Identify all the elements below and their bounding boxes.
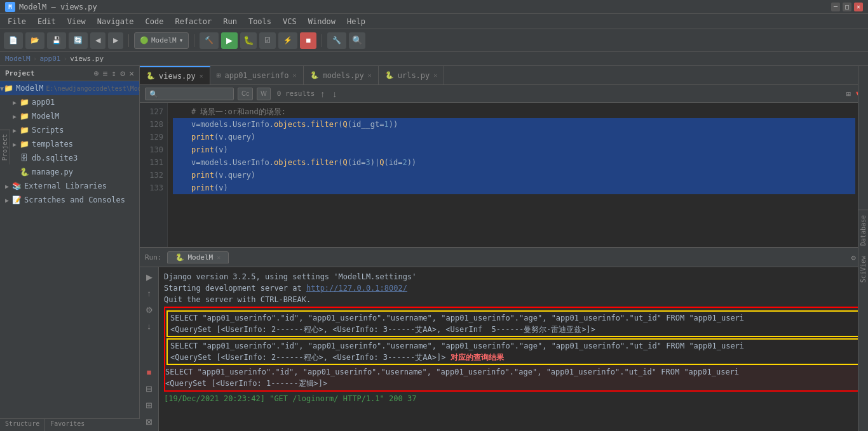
tab-models[interactable]: 🐍 models.py ✕ — [304, 66, 379, 85]
tab-close-urls[interactable]: ✕ — [433, 72, 437, 79]
scroll-up-btn[interactable]: ↑ — [142, 286, 156, 300]
back-button[interactable]: ◀ — [90, 32, 105, 49]
sort-icon[interactable]: ↕ — [112, 69, 117, 78]
favorites-tab[interactable]: Favorites — [45, 419, 90, 431]
menu-item-navigate[interactable]: Navigate — [92, 16, 139, 27]
tree-item-extlibs[interactable]: ▶ 📚 External Libraries — [0, 179, 139, 193]
tree-item-db[interactable]: ▶ 🗄 db.sqlite3 — [0, 151, 139, 165]
debug-button[interactable]: 🐛 — [240, 32, 257, 49]
run-button[interactable]: ▶ — [221, 32, 238, 49]
next-result-btn[interactable]: ↓ — [330, 89, 339, 99]
settings-btn[interactable]: ⚙ — [142, 303, 156, 317]
maximize-button[interactable]: □ — [843, 3, 851, 11]
tab-userinfo[interactable]: ⊞ app01_userinfo ✕ — [210, 66, 304, 85]
stop-run-button[interactable]: ■ — [142, 365, 156, 379]
project-side-tab[interactable]: Project — [0, 129, 10, 164]
copy-run-btn[interactable]: ⊞ — [142, 398, 156, 412]
menu-item-file[interactable]: File — [3, 16, 31, 27]
run-sql-3: SELECT "app01_userinfo"."id", "app01_use… — [165, 366, 862, 378]
tree-item-templates[interactable]: ▶ 📁 templates — [0, 137, 139, 151]
run-side-buttons: ▶ ↑ ⚙ ↓ ■ ⊟ ⊞ ⊠ — [140, 267, 159, 431]
tab-icon-views: 🐍 — [146, 72, 155, 80]
code-line-130: print(v) — [173, 143, 855, 156]
tab-close-views[interactable]: ✕ — [200, 72, 203, 79]
search-input[interactable] — [145, 88, 234, 100]
separator2 — [194, 34, 194, 47]
run-tab-close[interactable]: ✕ — [217, 254, 220, 261]
settings-icon[interactable]: ⚙ — [120, 69, 125, 78]
search-results: 0 results — [277, 90, 315, 98]
structure-tab[interactable]: Structure — [0, 419, 45, 431]
run-header: Run: 🐍 ModelM ✕ ⚙ ✕ — [140, 248, 868, 267]
collapse-run-btn[interactable]: ⊟ — [142, 381, 156, 395]
build-button[interactable]: 🔨 — [200, 32, 219, 49]
tree-item-scripts[interactable]: ▶ 📁 Scripts — [0, 123, 139, 137]
menu-item-run[interactable]: Run — [218, 16, 242, 27]
clear-run-btn[interactable]: ⊠ — [142, 414, 156, 428]
run-sql-1: SELECT "app01_userinfo"."id", "app01_use… — [170, 312, 857, 324]
breadcrumb-app01[interactable]: app01 — [39, 55, 60, 63]
menu-item-code[interactable]: Code — [140, 16, 169, 27]
minimize-button[interactable]: ─ — [831, 3, 840, 11]
menu-item-refactor[interactable]: Refactor — [170, 16, 217, 27]
filter-icon[interactable]: ⊞ — [846, 90, 851, 98]
py-icon-manage: 🐍 — [19, 168, 29, 176]
tree-item-modelm[interactable]: ▶ 📁 ModelM — [0, 109, 139, 123]
menu-item-edit[interactable]: Edit — [32, 16, 61, 27]
menu-item-tools[interactable]: Tools — [243, 16, 276, 27]
editor-tabs: 🐍 views.py ✕ ⊞ app01_userinfo ✕ 🐍 models… — [140, 66, 868, 85]
sql-block-1: SELECT "app01_userinfo"."id", "app01_use… — [166, 310, 860, 337]
menu-item-help[interactable]: Help — [342, 16, 370, 27]
window-controls[interactable]: ─ □ ✕ — [831, 3, 863, 11]
scroll-down-btn[interactable]: ↓ — [142, 319, 156, 333]
close-panel-icon[interactable]: ✕ — [129, 69, 134, 78]
tab-close-userinfo[interactable]: ✕ — [293, 72, 297, 79]
case-sensitive-btn[interactable]: Cc — [238, 88, 253, 100]
run-line-log: [19/Dec/2021 20:23:42] "GET /loginorm/ H… — [164, 393, 863, 404]
expand-arrow-templates: ▶ — [10, 141, 19, 148]
word-btn[interactable]: W — [257, 88, 270, 100]
menu-bar: FileEditViewNavigateCodeRefactorRunTools… — [0, 14, 868, 29]
tree-item-manage[interactable]: ▶ 🐍 manage.py — [0, 165, 139, 179]
search-everywhere-button[interactable]: 🔍 — [349, 32, 365, 49]
save-button[interactable]: 💾 — [47, 32, 66, 49]
database-tab[interactable]: Database — [858, 209, 868, 251]
expand-arrow-app01: ▶ — [10, 99, 19, 106]
close-button[interactable]: ✕ — [854, 3, 863, 11]
forward-button[interactable]: ▶ — [108, 32, 123, 49]
collapse-icon[interactable]: ≡ — [103, 69, 108, 78]
tab-label-urls: urls.py — [398, 71, 430, 80]
stop-button[interactable]: ■ — [300, 32, 316, 49]
prev-result-btn[interactable]: ↑ — [318, 89, 327, 99]
profile-button[interactable]: ⚡ — [278, 32, 297, 49]
bottom-left-tabs: Structure Favorites — [0, 418, 140, 431]
tree-item-root[interactable]: ▼ 📁 ModelM E:\newdjangocode\test\ModelM — [0, 81, 139, 95]
locate-icon[interactable]: ⊕ — [94, 69, 99, 78]
menu-item-vcs[interactable]: VCS — [278, 16, 302, 27]
sql-block-2: SELECT "app01_userinfo"."id", "app01_use… — [166, 338, 860, 365]
server-link[interactable]: http://127.0.0.1:8002/ — [306, 284, 407, 293]
menu-item-window[interactable]: Window — [303, 16, 341, 27]
settings-button[interactable]: 🔧 — [327, 32, 346, 49]
tree-item-scratches[interactable]: ▶ 📝 Scratches and Consoles — [0, 193, 139, 207]
tree-label-modelm: ModelM — [32, 112, 59, 121]
tab-close-models[interactable]: ✕ — [368, 72, 372, 79]
tab-views[interactable]: 🐍 views.py ✕ — [140, 66, 210, 85]
rerun-button[interactable]: ▶ — [142, 270, 156, 284]
settings-gear-icon[interactable]: ⚙ — [851, 253, 856, 262]
code-line-128: 💡 v=models.UserInfo.objects.filter(Q(id_… — [173, 118, 855, 131]
bulb-icon[interactable]: 💡 — [168, 118, 170, 131]
new-file-button[interactable]: 📄 — [4, 32, 23, 49]
sciview-tab[interactable]: SciView — [858, 251, 868, 288]
menu-item-view[interactable]: View — [62, 16, 91, 27]
coverage-button[interactable]: ☑ — [259, 32, 276, 49]
run-tab-modelm[interactable]: 🐍 ModelM ✕ — [167, 251, 229, 263]
main-area: Project ⊕ ≡ ↕ ⚙ ✕ ▼ 📁 ModelM E:\newdjang… — [0, 66, 868, 431]
tab-urls[interactable]: 🐍 urls.py ✕ — [379, 66, 445, 85]
tree-item-app01[interactable]: ▶ 📁 app01 — [0, 95, 139, 109]
run-sql-2: SELECT "app01_userinfo"."id", "app01_use… — [170, 340, 857, 352]
project-selector[interactable]: 🟢 ModelM ▾ — [134, 32, 189, 49]
open-button[interactable]: 📂 — [25, 32, 44, 49]
breadcrumb-modelm[interactable]: ModelM — [5, 55, 31, 63]
sync-button[interactable]: 🔄 — [69, 32, 88, 49]
